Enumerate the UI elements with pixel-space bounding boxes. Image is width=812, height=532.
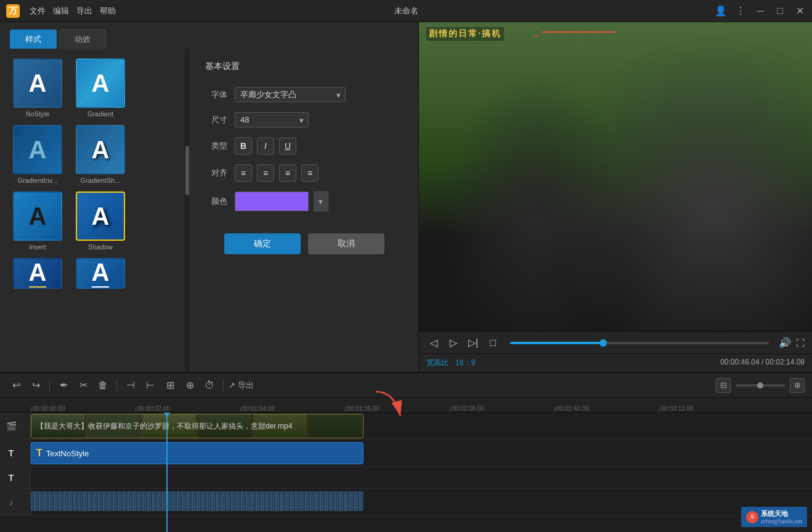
next-frame-button[interactable]: ▷| xyxy=(466,337,481,349)
align-right-button[interactable]: ≡ xyxy=(279,164,296,182)
menu-export[interactable]: 导出 xyxy=(76,6,92,17)
track-dots-text: ⋮ xyxy=(16,451,22,456)
menu-file[interactable]: 文件 xyxy=(30,6,46,17)
style-letter: A xyxy=(92,259,110,288)
export-group[interactable]: ↗ 导出 xyxy=(229,380,254,391)
cancel-button[interactable]: 取消 xyxy=(308,233,384,254)
track-dots-video: ⋮ xyxy=(19,424,25,429)
style-item-gradient[interactable]: A Gradient xyxy=(73,58,128,118)
tab-animation[interactable]: 动效 xyxy=(59,30,106,49)
tab-bar: 样式 动效 xyxy=(0,22,418,49)
video-clip-label: 【我是大哥大】收获伊藤和京子的沙罗甜，不取得那让人家搞头，意甜der.mp4 xyxy=(31,414,363,438)
menu-help[interactable]: 帮助 xyxy=(100,6,116,17)
titlebar-left: 万 文件 编辑 导出 帮助 xyxy=(6,4,116,18)
settings-panel: 基本设置 字体 卒廊少女文字凸 尺寸 48 xyxy=(190,49,418,372)
style-item-bottom1[interactable]: A xyxy=(10,258,65,289)
audio-clip[interactable] xyxy=(31,490,363,512)
color-dropdown-button[interactable]: ▾ xyxy=(314,191,328,211)
aspect-label: 宽高比 16：9 xyxy=(426,358,475,368)
bold-button[interactable]: B xyxy=(235,137,252,155)
user-icon[interactable]: 👤 xyxy=(715,5,727,17)
panel-content: A NoStyle A Gradient A xyxy=(0,49,418,372)
style-letter: A xyxy=(92,136,110,164)
track-text2: T ⋮ xyxy=(0,467,812,489)
align-center-button[interactable]: ≡ xyxy=(257,164,274,182)
scissors-button[interactable]: ✂ xyxy=(75,377,92,394)
style-item-gradientsh[interactable]: A GradientSh... xyxy=(73,125,128,184)
style-letter: A xyxy=(29,70,47,97)
style-item-shadow[interactable]: A Shadow xyxy=(73,191,128,251)
prev-frame-button[interactable]: ◁ xyxy=(426,337,441,349)
tab-style[interactable]: 样式 xyxy=(10,30,57,49)
video-clip[interactable]: 【我是大哥大】收获伊藤和京子的沙罗甜，不取得那让人家搞头，意甜der.mp4 xyxy=(31,414,363,438)
main-area: 样式 动效 A NoStyle A xyxy=(0,22,812,372)
watermark: 系 系统天地 xïTongTianDi.net xyxy=(741,507,807,527)
track-icon-video: 🎬 xyxy=(6,421,17,431)
zoom-out-button[interactable]: ⊟ xyxy=(716,378,731,393)
style-item-nostyle[interactable]: A NoStyle xyxy=(10,58,65,118)
confirm-button[interactable]: 确定 xyxy=(224,233,301,254)
font-select[interactable]: 卒廊少女文字凸 xyxy=(235,87,346,102)
magnetic-button[interactable]: ⊕ xyxy=(181,377,198,394)
volume-icon[interactable]: 🔊 xyxy=(779,337,791,349)
track-content-text: T TextNoStyle xyxy=(31,440,812,466)
time-total: 00:02:14.08 xyxy=(766,358,805,366)
action-buttons: 确定 取消 xyxy=(205,233,404,254)
color-swatch[interactable] xyxy=(235,191,309,211)
aspect-value: 16：9 xyxy=(455,358,475,367)
zoom-in-button[interactable]: ⊕ xyxy=(790,378,805,393)
style-thumb-nostyle: A xyxy=(13,58,62,108)
delete-button[interactable]: 🗑 xyxy=(94,377,112,394)
style-item-gradientinv[interactable]: A GradientInv... xyxy=(10,125,65,184)
titlebar: 万 文件 编辑 导出 帮助 未命名 👤 ⋮ ─ □ ✕ xyxy=(0,0,812,22)
ruler-ticks: 00:00:00.00 00:00:32.00 00:01:04.00 00:0… xyxy=(31,398,812,412)
text-clip-label: TextNoStyle xyxy=(46,449,89,458)
style-letter: A xyxy=(92,203,110,230)
style-label-gradientinv: GradientInv... xyxy=(17,177,57,184)
split-out-button[interactable]: ⊢ xyxy=(142,377,159,394)
maximize-icon[interactable]: □ xyxy=(774,6,786,17)
size-select[interactable]: 48 xyxy=(235,112,309,127)
track-dots-audio: ⋮ xyxy=(16,500,22,505)
ruler-tick-2: 00:01:04.00 xyxy=(240,405,275,412)
style-thumb-bottom1: A xyxy=(13,258,62,289)
export-label: 导出 xyxy=(238,380,254,391)
redo-button[interactable]: ↪ xyxy=(27,377,44,394)
zoom-slider[interactable] xyxy=(736,384,785,387)
align-justify-button[interactable]: ≡ xyxy=(301,164,319,182)
style-letter: A xyxy=(29,259,47,288)
stop-button[interactable]: □ xyxy=(485,337,500,349)
clock-button[interactable]: ⏱ xyxy=(201,377,218,394)
pen-tool-button[interactable]: ✒ xyxy=(55,377,72,394)
more-options-icon[interactable]: ⋮ xyxy=(734,5,747,17)
scroll-track[interactable] xyxy=(185,49,190,372)
timeline-ruler: 00:00:00.00 00:00:32.00 00:01:04.00 00:0… xyxy=(0,398,812,413)
style-item-bottom2[interactable]: A xyxy=(73,258,128,289)
track-audio: ♪ ⋮ xyxy=(0,489,812,516)
video-gradient xyxy=(419,84,812,331)
style-item-invert[interactable]: A Invert xyxy=(10,191,65,251)
minimize-icon[interactable]: ─ xyxy=(754,6,766,17)
progress-bar[interactable] xyxy=(510,342,769,344)
menu-edit[interactable]: 编辑 xyxy=(53,6,69,17)
fullscreen-icon[interactable]: ⛶ xyxy=(796,338,805,348)
toolbar-divider-1 xyxy=(49,379,50,392)
overlay-arrow-icon: → xyxy=(530,30,541,42)
grid-button[interactable]: ⊞ xyxy=(161,377,179,394)
timeline-right: ⊟ ⊕ xyxy=(716,378,805,393)
ruler-tick-6: 00:03:12.00 xyxy=(659,405,694,412)
timeline-toolbar: ↩ ↪ ✒ ✂ 🗑 ⊣ ⊢ ⊞ ⊕ ⏱ ↗ 导出 ⊟ ⊕ xyxy=(0,373,812,398)
font-select-wrapper: 卒廊少女文字凸 xyxy=(235,87,346,102)
split-in-button[interactable]: ⊣ xyxy=(122,377,139,394)
underline-button[interactable]: U xyxy=(279,137,296,155)
track-icon-audio: ♪ xyxy=(9,498,14,507)
close-icon[interactable]: ✕ xyxy=(794,5,806,17)
play-button[interactable]: ▷ xyxy=(446,337,461,349)
ruler-tick-1: 00:00:32.00 xyxy=(136,405,170,412)
align-left-button[interactable]: ≡ xyxy=(235,164,252,182)
text-clip[interactable]: T TextNoStyle xyxy=(31,442,363,464)
track-content-video: 【我是大哥大】收获伊藤和京子的沙罗甜，不取得那让人家搞头，意甜der.mp4 xyxy=(31,413,812,439)
italic-button[interactable]: I xyxy=(257,137,274,155)
track-content-text2 xyxy=(31,467,812,488)
undo-button[interactable]: ↩ xyxy=(7,377,25,394)
